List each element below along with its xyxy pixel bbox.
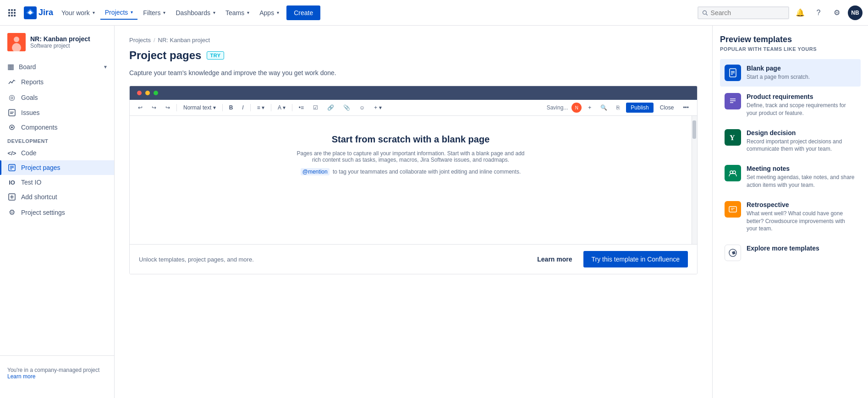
toolbar-checklist[interactable]: ☑ — [310, 104, 321, 112]
sidebar-item-reports[interactable]: Reports — [0, 75, 114, 89]
template-name-design-decision: Design decision — [747, 129, 856, 136]
template-item-design-decision[interactable]: Y Design decision Record important proje… — [720, 124, 861, 159]
editor-scrollbar[interactable] — [692, 116, 697, 244]
search-input[interactable] — [711, 9, 785, 16]
sidebar-item-board[interactable]: ▦ Board ▾ — [0, 59, 114, 75]
sidebar-item-project-pages[interactable]: Project pages — [0, 160, 114, 175]
toolbar-redo[interactable]: ↪ — [149, 104, 159, 112]
code-icon: </> — [7, 150, 16, 157]
template-item-retrospective[interactable]: Retrospective What went well? What could… — [720, 196, 861, 238]
try-badge: TRY — [207, 51, 224, 60]
sidebar-item-components[interactable]: Components — [0, 120, 114, 135]
template-info-retrospective: Retrospective What went well? What could… — [747, 201, 856, 233]
notifications-button[interactable]: 🔔 — [793, 5, 808, 20]
nav-projects[interactable]: Projects ▾ — [100, 6, 138, 20]
template-item-product-requirements[interactable]: Product requirements Define, track and s… — [720, 87, 861, 123]
svg-rect-28 — [729, 207, 736, 212]
sidebar-item-project-settings[interactable]: ⚙ Project settings — [0, 204, 114, 220]
toolbar-plus[interactable]: + — [585, 104, 594, 112]
template-name-product-requirements: Product requirements — [747, 93, 856, 100]
toolbar-italic[interactable]: I — [239, 104, 246, 112]
svg-point-27 — [733, 171, 736, 174]
sidebar-item-goals[interactable]: ◎ Goals — [0, 89, 114, 105]
components-icon — [7, 124, 16, 131]
toolbar-bold[interactable]: B — [226, 104, 236, 112]
learn-more-link[interactable]: Learn more — [7, 373, 35, 380]
test-io-icon: IO — [7, 179, 16, 186]
jira-logo[interactable]: Jira — [24, 6, 53, 19]
window-dot-red — [137, 91, 142, 95]
toolbar-more[interactable]: + ▾ — [371, 104, 384, 112]
sidebar-item-issues[interactable]: Issues — [0, 105, 114, 120]
toolbar-sep4 — [271, 104, 271, 111]
svg-point-26 — [730, 171, 733, 174]
nav-right: 🔔 ? ⚙ NB — [698, 5, 863, 20]
toolbar-share[interactable]: ⎘ — [614, 104, 622, 112]
panel-subtitle: POPULAR WITH TEAMS LIKE YOURS — [720, 46, 861, 52]
editor-avatar: N — [571, 103, 582, 113]
toolbar-list[interactable]: •≡ — [296, 104, 307, 112]
chevron-down-icon: ▾ — [163, 10, 165, 15]
mention-desc: to tag your teammates and collaborate wi… — [333, 169, 521, 175]
template-name-retrospective: Retrospective — [747, 201, 856, 208]
toolbar-undo[interactable]: ↩ — [135, 104, 145, 112]
help-button[interactable]: ? — [811, 5, 826, 20]
toolbar-link[interactable]: 🔗 — [324, 104, 337, 112]
search-box[interactable] — [698, 6, 789, 19]
breadcrumb-projects[interactable]: Projects — [129, 37, 151, 44]
chevron-down-icon: ▾ — [93, 10, 95, 15]
publish-button[interactable]: Publish — [626, 103, 653, 113]
search-icon — [702, 10, 708, 16]
template-name-explore: Explore more templates — [747, 245, 819, 252]
nav-teams[interactable]: Teams ▾ — [221, 6, 254, 19]
reports-icon — [7, 78, 16, 86]
sidebar-item-test-io[interactable]: IO Test IO — [0, 175, 114, 190]
company-managed-text: You're in a company-managed project Lear… — [0, 363, 114, 383]
template-item-blank-page[interactable]: Blank page Start a page from scratch. — [720, 59, 861, 87]
toolbar-search[interactable]: 🔍 — [598, 104, 610, 112]
sidebar-item-code[interactable]: </> Code — [0, 146, 114, 160]
editor-body: Start from scratch with a blank page Pag… — [130, 116, 692, 244]
toolbar-align[interactable]: ≡ ▾ — [254, 104, 267, 112]
toolbar-text-style[interactable]: Normal text ▾ — [181, 104, 219, 112]
editor-page-title: Start from scratch with a blank page — [166, 134, 655, 145]
unlock-text: Unlock templates, project pages, and mor… — [139, 256, 254, 263]
toolbar-attach[interactable]: 📎 — [341, 104, 353, 112]
create-button[interactable]: Create — [286, 5, 320, 20]
scrollbar-thumb — [692, 120, 696, 139]
grid-menu-button[interactable] — [5, 6, 18, 19]
editor-preview: ↩ ↪ ↪ Normal text ▾ B I ≡ ▾ A ▾ •≡ ☑ 🔗 📎… — [129, 86, 698, 274]
user-avatar[interactable]: NB — [848, 5, 863, 20]
toolbar-emoji[interactable]: ☺ — [357, 104, 368, 112]
svg-point-4 — [14, 37, 19, 42]
svg-text:Y: Y — [730, 134, 735, 142]
template-name-blank-page: Blank page — [747, 65, 810, 72]
template-item-meeting-notes[interactable]: Meeting notes Set meeting agendas, take … — [720, 159, 861, 195]
sidebar-bottom: You're in a company-managed project Lear… — [0, 355, 114, 391]
editor-toolbar: ↩ ↪ ↪ Normal text ▾ B I ≡ ▾ A ▾ •≡ ☑ 🔗 📎… — [130, 100, 697, 116]
toolbar-color[interactable]: A ▾ — [275, 104, 288, 112]
more-options-button[interactable]: ••• — [680, 104, 692, 112]
page-description: Capture your team's knowledge and improv… — [129, 69, 698, 76]
nav-apps[interactable]: Apps ▾ — [255, 6, 284, 19]
template-item-explore[interactable]: Explore more templates — [720, 239, 861, 267]
template-icon-blank-page — [725, 65, 741, 81]
mention-tag: @mention — [301, 168, 330, 175]
try-confluence-button[interactable]: Try this template in Confluence — [583, 251, 688, 267]
template-desc-blank-page: Start a page from scratch. — [747, 73, 810, 81]
template-info-design-decision: Design decision Record important project… — [747, 129, 856, 153]
svg-line-2 — [706, 14, 708, 15]
project-pages-icon — [7, 164, 16, 171]
toolbar-sep5 — [292, 104, 292, 111]
nav-filters[interactable]: Filters ▾ — [138, 6, 170, 19]
sidebar-item-add-shortcut[interactable]: Add shortcut — [0, 190, 114, 204]
template-desc-design-decision: Record important project decisions and c… — [747, 138, 856, 153]
settings-button[interactable]: ⚙ — [830, 5, 844, 20]
editor-header — [130, 86, 697, 100]
toolbar-redo2[interactable]: ↪ — [163, 104, 173, 112]
learn-more-button[interactable]: Learn more — [532, 252, 577, 267]
nav-your-work[interactable]: Your work ▾ — [57, 6, 99, 19]
project-avatar — [7, 33, 26, 51]
close-button[interactable]: Close — [657, 104, 677, 112]
nav-dashboards[interactable]: Dashboards ▾ — [171, 6, 220, 19]
